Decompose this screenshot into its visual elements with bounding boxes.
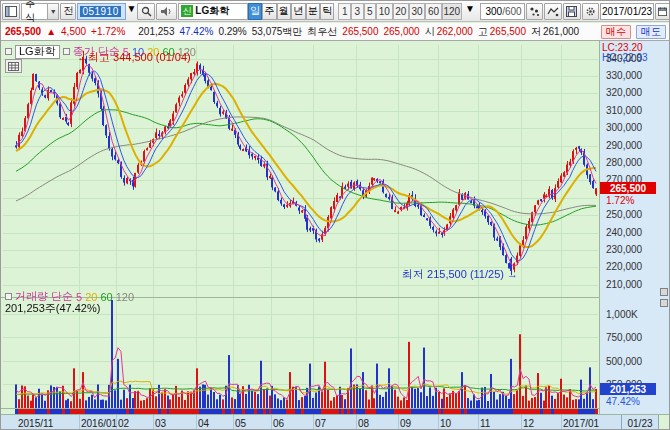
period-month-button[interactable]: 월 xyxy=(277,3,291,20)
period-week-button[interactable]: 주 xyxy=(262,3,276,20)
volume-axis-label: 1,000K xyxy=(606,309,638,320)
sell-button[interactable]: 매도 xyxy=(636,25,666,39)
minute-10-button[interactable]: 10 xyxy=(376,3,392,20)
minute-120-button[interactable]: 120 xyxy=(442,3,462,20)
minute-30-button[interactable]: 30 xyxy=(409,3,425,20)
legend-checkbox-icon[interactable] xyxy=(5,293,12,300)
best-ask: 265,500 xyxy=(342,26,378,37)
search-icon[interactable] xyxy=(137,3,155,20)
current-price-percent: 1.72% xyxy=(606,195,634,206)
date-axis-separator xyxy=(438,415,439,430)
volume-ma60: 60 xyxy=(100,291,112,303)
date-axis-separator xyxy=(153,415,154,430)
last-date-cell: 01/23 xyxy=(621,415,659,430)
volume-ma120: 120 xyxy=(116,291,134,303)
price-axis-label: 230,000 xyxy=(606,244,642,255)
date-axis-separator xyxy=(561,415,562,430)
price-axis-label: 250,000 xyxy=(606,209,642,220)
jeon-button[interactable]: 전 xyxy=(60,3,76,20)
date-axis-label: 10 xyxy=(440,418,451,429)
chevron-down-icon[interactable]: ▼ xyxy=(47,3,59,20)
date-axis-separator xyxy=(356,415,357,430)
price-axis-label: 290,000 xyxy=(606,140,642,151)
volume-axis-label: 500,000 xyxy=(606,356,642,367)
high-annotation: ←최고 344,500 (01/04) xyxy=(77,50,191,65)
date-axis-separator xyxy=(313,415,314,430)
pane-resize-handle[interactable] xyxy=(660,299,668,307)
minute-1-button[interactable]: 1 xyxy=(338,3,351,20)
low-label: 저 xyxy=(531,25,541,39)
bar-count-input[interactable]: 300/600 xyxy=(480,3,524,20)
period-minute-button[interactable]: 분 xyxy=(306,3,320,20)
stock-code-input[interactable]: 051910 xyxy=(77,3,125,20)
date-axis: 2015/112016/0102030405060708091011122017… xyxy=(1,414,670,430)
price-axis-label: 330,000 xyxy=(606,70,642,81)
market-select-label: 주식 xyxy=(21,3,48,20)
period-year-button[interactable]: 년 xyxy=(291,3,305,20)
minute-3-button[interactable]: 3 xyxy=(351,3,364,20)
low-price: 261,000 xyxy=(543,26,579,37)
bar-count-dropdown-icon[interactable]: ▼ xyxy=(465,3,479,20)
date-axis-label: 08 xyxy=(358,418,369,429)
change-percent: +1.72% xyxy=(91,26,125,37)
period-tick-button[interactable]: 틱 xyxy=(320,3,334,20)
axis-corner xyxy=(659,415,670,430)
date-axis-label: 2015/11 xyxy=(18,418,53,429)
high-label: 고 xyxy=(478,25,488,39)
price-axis-gutter: LC:23.20 HC:-22.93 340,000330,000320,000… xyxy=(599,41,670,414)
date-axis-label: 2016/01 xyxy=(81,418,117,429)
line-style-icon[interactable] xyxy=(544,3,562,20)
minute-5-button[interactable]: 5 xyxy=(364,3,377,20)
speaker-icon[interactable] xyxy=(156,3,177,20)
window-panel-icon[interactable] xyxy=(2,3,20,20)
date-axis-separator xyxy=(233,415,234,430)
save-icon[interactable] xyxy=(563,3,581,20)
legend-symbol-chip[interactable]: LG화학 xyxy=(15,45,60,59)
buy-button[interactable]: 매수 xyxy=(601,25,631,39)
price-axis-label: 280,000 xyxy=(606,157,642,168)
stock-chart-window: 주식 ▼ 전 051910 ▼ 신 LG화학 일 주 월 년 분 틱 1 3 5… xyxy=(0,0,670,430)
price-axis-label: 340,000 xyxy=(606,53,642,64)
quote-infobar: 265,500 ▲ 4,500 +1.72% 201,253 47.42% 0.… xyxy=(1,23,670,41)
chart-area: LG화학 종가 단순 5 10 20 60 120 ←최고 344,500 (0… xyxy=(1,41,670,430)
candlestick-chart-canvas[interactable] xyxy=(1,41,601,414)
volume-ratio: 47.42% xyxy=(179,26,213,37)
main-toolbar: 주식 ▼ 전 051910 ▼ 신 LG화학 일 주 월 년 분 틱 1 3 5… xyxy=(1,1,670,22)
date-axis-label: 02 xyxy=(118,418,129,429)
date-axis-separator xyxy=(521,415,522,430)
best-quote-label: 최우선 xyxy=(307,25,337,39)
gear-icon[interactable] xyxy=(582,3,600,20)
minute-20-button[interactable]: 20 xyxy=(393,3,409,20)
stock-name: LG화학 xyxy=(195,4,229,18)
current-volume-percent: 47.42% xyxy=(606,396,640,407)
current-price: 265,500 xyxy=(5,26,41,37)
pane-resize-handle[interactable] xyxy=(660,288,668,296)
new-badge: 신 xyxy=(181,5,193,17)
calendar-icon[interactable] xyxy=(655,3,670,20)
legend-checkbox-icon[interactable] xyxy=(63,48,70,55)
current-price-tag: 265,500 xyxy=(600,182,656,194)
date-axis-label: 09 xyxy=(400,418,411,429)
stock-name-field[interactable]: 신 LG화학 xyxy=(178,3,247,20)
low-annotation: 최저 215,500 (11/25) → xyxy=(398,267,518,282)
date-axis-separator xyxy=(478,415,479,430)
open-label: 시 xyxy=(425,25,435,39)
minute-60-button[interactable]: 60 xyxy=(425,3,441,20)
change-arrow-icon: ▲ xyxy=(46,26,56,37)
date-axis-label: 07 xyxy=(315,418,326,429)
market-select[interactable]: 주식 ▼ xyxy=(21,3,59,20)
date-axis-label: 06 xyxy=(273,418,284,429)
grid-settings-icon[interactable] xyxy=(5,59,22,73)
period-day-button[interactable]: 일 xyxy=(248,3,262,20)
date-axis-separator xyxy=(196,415,197,430)
date-axis-label: 11 xyxy=(480,418,490,429)
code-dropdown-icon[interactable]: ▼ xyxy=(127,3,137,20)
chart-date-input[interactable]: 2017/01/23 xyxy=(600,3,654,20)
date-axis-separator xyxy=(79,415,80,430)
legend-checkbox-icon[interactable] xyxy=(5,48,12,55)
price-axis-label: 210,000 xyxy=(606,279,642,290)
volume-value-text: 201,253주(47.42%) xyxy=(5,301,100,316)
compare-dots-icon[interactable] xyxy=(526,3,544,20)
date-axis-separator xyxy=(271,415,272,430)
best-bid: 265,000 xyxy=(383,26,419,37)
